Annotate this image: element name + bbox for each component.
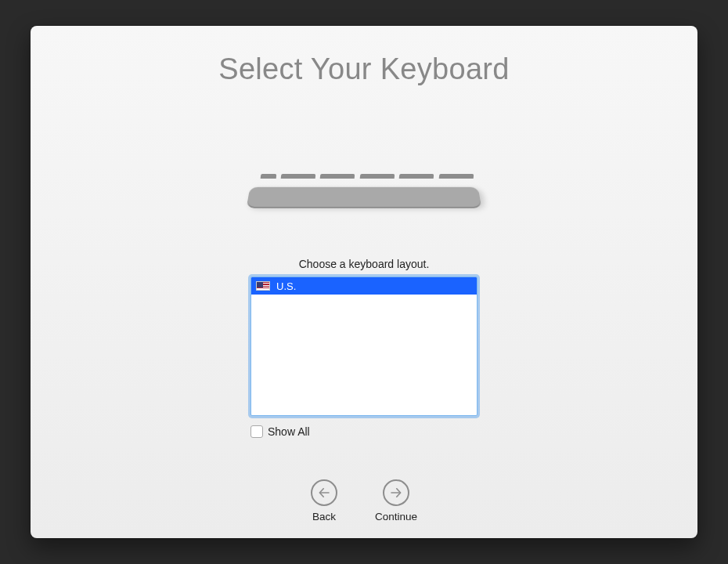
keyboard-layout-listbox[interactable]: U.S. — [250, 277, 478, 416]
us-flag-icon — [256, 281, 270, 291]
show-all-label: Show All — [268, 425, 310, 438]
keyboard-layout-prompt: Choose a keyboard layout. — [299, 258, 430, 270]
keyboard-layout-option[interactable]: U.S. — [251, 277, 477, 295]
continue-button[interactable]: Continue — [375, 479, 417, 522]
show-all-checkbox[interactable] — [250, 425, 263, 438]
page-title: Select Your Keyboard — [218, 52, 510, 86]
setup-assistant-window: Select Your Keyboard Choose a keyboard l… — [31, 26, 697, 538]
nav-bar: Back Continue — [31, 479, 697, 522]
continue-button-label: Continue — [375, 511, 417, 522]
show-all-row: Show All — [250, 425, 478, 438]
keyboard-illustration — [247, 163, 481, 207]
keyboard-layout-option-label: U.S. — [276, 280, 296, 292]
arrow-right-icon — [383, 479, 409, 506]
arrow-left-icon — [311, 479, 337, 506]
back-button-label: Back — [312, 511, 336, 522]
back-button[interactable]: Back — [311, 479, 337, 522]
